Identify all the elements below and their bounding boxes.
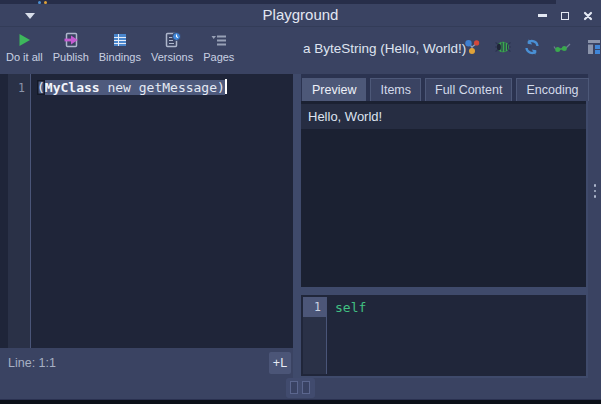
maximize-button[interactable] <box>559 8 571 24</box>
page-thumb[interactable] <box>302 381 310 394</box>
do-it-all-label: Do it all <box>6 51 43 63</box>
resize-dot <box>594 184 597 187</box>
bindings-label: Bindings <box>99 51 141 63</box>
desktop-edge <box>0 399 601 404</box>
toolbar: Do it all Publish Bindings <box>0 28 601 74</box>
screen: Playground Do it all <box>0 0 601 404</box>
minimize-button[interactable] <box>536 8 548 24</box>
inspector-pane: Preview Items Full Content Encoding Hell… <box>301 74 588 378</box>
pane-splitter[interactable] <box>293 74 301 378</box>
toolbar-buttons: Do it all Publish Bindings <box>2 28 238 74</box>
eval-line-number-gutter: 1 <box>303 297 327 374</box>
preview-value-row[interactable]: Hello, World! <box>301 104 586 129</box>
play-icon <box>15 31 33 49</box>
pages-button[interactable]: Pages <box>199 28 238 74</box>
minimize-icon <box>538 14 547 17</box>
resize-handle[interactable] <box>592 184 598 206</box>
browse-button[interactable] <box>577 36 601 58</box>
line-number-gutter: 1 <box>8 74 31 348</box>
do-it-all-button[interactable]: Do it all <box>2 28 47 74</box>
inspect-icon <box>463 38 481 56</box>
line-position-indicator: Line: 1:1 <box>8 348 56 378</box>
code-receiver: MyClass <box>45 80 100 95</box>
close-button[interactable] <box>582 8 594 24</box>
refresh-button[interactable] <box>521 36 543 58</box>
bindings-icon <box>111 31 129 49</box>
glasses-icon <box>553 38 571 56</box>
add-line-button[interactable]: +L <box>269 352 291 374</box>
bindings-button[interactable]: Bindings <box>95 28 145 74</box>
eval-code-self: self <box>335 300 366 315</box>
text-cursor <box>225 79 227 94</box>
maximize-icon <box>561 12 569 20</box>
code-editor[interactable]: 1 (MyClass new getMessage) <box>0 74 293 348</box>
code-line[interactable]: (MyClass new getMessage) <box>37 78 227 98</box>
page-thumb[interactable] <box>290 381 298 394</box>
preview-panel: Hello, World! <box>301 101 586 287</box>
editor-statusbar: Line: 1:1 +L <box>0 348 293 378</box>
publish-button[interactable]: Publish <box>49 28 93 74</box>
publish-label: Publish <box>53 51 89 63</box>
inspector-tabs: Preview Items Full Content Encoding <box>301 74 588 101</box>
playground-window: Playground Do it all <box>0 4 601 399</box>
debug-button[interactable] <box>492 36 514 58</box>
eval-line-number: 1 <box>303 297 326 317</box>
tab-encoding[interactable]: Encoding <box>516 78 588 101</box>
inspector-header: a ByteString (Hello, World!) <box>301 28 601 74</box>
tab-items[interactable]: Items <box>370 78 421 101</box>
eval-code-line[interactable]: self <box>335 298 366 318</box>
window-title: Playground <box>0 6 601 23</box>
titlebar[interactable]: Playground <box>0 4 601 27</box>
inspector-object-title: a ByteString (Hello, World!) <box>303 41 466 56</box>
browse-icon <box>587 38 601 56</box>
inspect-object-button[interactable] <box>461 36 483 58</box>
debug-icon <box>494 38 512 56</box>
tab-full-content[interactable]: Full Content <box>425 78 512 101</box>
window-controls <box>536 4 594 27</box>
code-message: new getMessage <box>100 80 217 95</box>
line-number: 1 <box>8 78 30 98</box>
versions-icon <box>163 31 182 49</box>
resize-dot <box>594 190 597 193</box>
publish-icon <box>62 31 80 49</box>
selected-code: (MyClass new getMessage) <box>37 80 225 95</box>
inspector-eval-editor[interactable]: 1 self <box>301 295 586 376</box>
pages-icon <box>210 31 228 49</box>
code-paren-close: ) <box>217 80 225 95</box>
versions-button[interactable]: Versions <box>147 28 197 74</box>
spawn-glasses-button[interactable] <box>551 36 573 58</box>
close-icon <box>583 11 593 21</box>
refresh-icon <box>523 38 541 56</box>
resize-dot <box>594 195 597 198</box>
pages-scroller[interactable] <box>286 378 315 398</box>
tab-preview[interactable]: Preview <box>302 78 366 101</box>
matched-paren: ( <box>37 80 45 95</box>
pages-label: Pages <box>203 51 234 63</box>
versions-label: Versions <box>151 51 193 63</box>
